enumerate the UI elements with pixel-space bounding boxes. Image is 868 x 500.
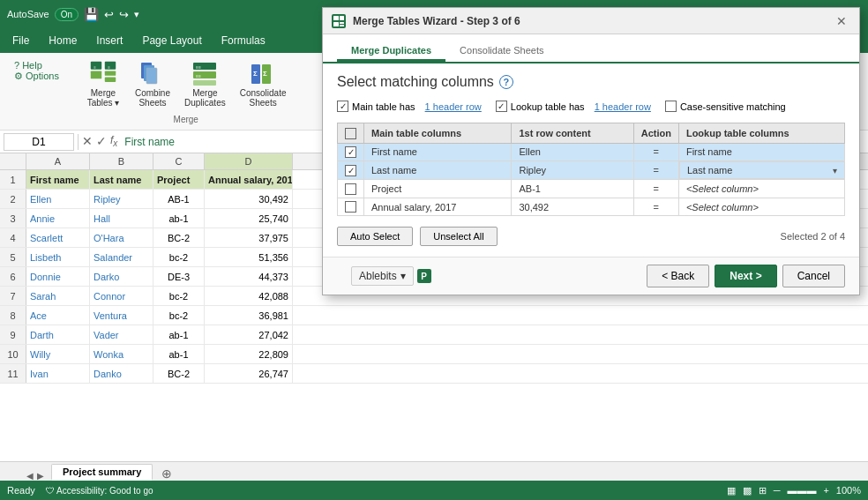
cell-a8[interactable]: Ace — [26, 306, 90, 325]
formula-insert-icon[interactable]: fx — [110, 134, 117, 148]
redo-icon[interactable]: ↪ — [119, 8, 129, 21]
cell-b2[interactable]: Ripley — [90, 190, 153, 208]
menu-insert[interactable]: Insert — [87, 31, 131, 50]
col-header-a[interactable]: A — [26, 153, 90, 169]
dialog-close-button[interactable]: ✕ — [833, 12, 850, 30]
cell-d8[interactable]: 36,981 — [205, 306, 293, 325]
cell-b1[interactable]: Last name — [90, 170, 153, 189]
auto-select-button[interactable]: Auto Select — [337, 227, 413, 246]
row3-main-col[interactable]: Project — [364, 180, 512, 198]
row4-checkbox[interactable] — [345, 201, 356, 213]
row4-main-col[interactable]: Annual salary, 2017 — [364, 198, 512, 216]
heading-help-icon[interactable]: ? — [499, 75, 513, 89]
main-header-cb[interactable]: ✓ — [337, 101, 348, 112]
tab-merge-duplicates[interactable]: Merge Duplicates — [337, 41, 445, 62]
row1-lookup-col[interactable]: First name — [678, 143, 844, 161]
cell-a3[interactable]: Annie — [26, 209, 90, 228]
row3-checkbox[interactable] — [345, 183, 356, 195]
merge-tables-button[interactable]: ≡ ≡ MergeTables ▾ — [80, 56, 126, 111]
col-header-d[interactable]: D — [205, 153, 293, 169]
cell-a4[interactable]: Scarlett — [26, 228, 90, 247]
cell-d5[interactable]: 51,356 — [205, 248, 293, 266]
cell-a2[interactable]: Ellen — [26, 190, 90, 208]
row2-checkbox[interactable]: ✓ — [345, 165, 356, 176]
cell-d6[interactable]: 44,373 — [205, 267, 293, 286]
case-sensitive-checkbox[interactable]: Case-sensitive matching — [665, 101, 786, 112]
cancel-button[interactable]: Cancel — [782, 265, 845, 287]
cell-c10[interactable]: ab-1 — [153, 345, 205, 363]
menu-file[interactable]: File — [4, 31, 38, 50]
select-all-checkbox[interactable] — [345, 128, 356, 139]
cell-c7[interactable]: bc-2 — [153, 287, 205, 305]
help-button[interactable]: ? Help — [14, 60, 59, 71]
customize-icon[interactable]: ▾ — [134, 9, 139, 20]
col-header-b[interactable]: B — [90, 153, 153, 169]
row1-checkbox[interactable]: ✓ — [345, 146, 356, 158]
prev-sheet-icon[interactable]: ◀ — [26, 471, 34, 481]
lookup-header-cb[interactable]: ✓ — [496, 101, 507, 112]
row2-dropdown-icon[interactable]: ▾ — [833, 166, 837, 175]
cell-b11[interactable]: Danko — [90, 364, 153, 383]
cell-c2[interactable]: AB-1 — [153, 190, 205, 208]
cell-b4[interactable]: O'Hara — [90, 228, 153, 247]
cell-c4[interactable]: BC-2 — [153, 228, 205, 247]
merge-duplicates-button[interactable]: ≡≡ ≡≡ MergeDuplicates — [179, 56, 231, 111]
cell-b8[interactable]: Ventura — [90, 306, 153, 325]
next-sheet-icon[interactable]: ▶ — [37, 471, 44, 481]
cell-a5[interactable]: Lisbeth — [26, 248, 90, 266]
back-button[interactable]: < Back — [647, 265, 709, 287]
unselect-all-button[interactable]: Unselect All — [420, 227, 497, 246]
zoom-in-icon[interactable]: + — [823, 485, 828, 496]
row2-lookup-col[interactable]: Last name ▾ — [679, 161, 845, 179]
next-button[interactable]: Next > — [715, 265, 776, 287]
cell-d7[interactable]: 42,088 — [205, 287, 293, 305]
add-sheet-icon[interactable]: ⊕ — [158, 466, 176, 481]
cell-b7[interactable]: Connor — [90, 287, 153, 305]
menu-page-layout[interactable]: Page Layout — [133, 31, 210, 50]
cell-a11[interactable]: Ivan — [26, 364, 90, 383]
main-table-header-checkbox[interactable]: ✓ Main table has 1 header row — [337, 101, 482, 112]
tab-consolidate-sheets[interactable]: Consolidate Sheets — [445, 41, 557, 62]
row2-main-col[interactable]: Last name — [364, 161, 512, 180]
row1-main-col[interactable]: First name — [364, 143, 512, 161]
cell-b3[interactable]: Hall — [90, 209, 153, 228]
cell-c3[interactable]: ab-1 — [153, 209, 205, 228]
view-layout-icon[interactable]: ▩ — [743, 485, 752, 496]
cell-c9[interactable]: ab-1 — [153, 325, 205, 344]
autosave-toggle[interactable]: On — [55, 8, 79, 21]
cell-c8[interactable]: bc-2 — [153, 306, 205, 325]
cell-d10[interactable]: 22,809 — [205, 345, 293, 363]
cell-b5[interactable]: Salander — [90, 248, 153, 266]
view-preview-icon[interactable]: ⊞ — [759, 485, 767, 496]
cell-b6[interactable]: Darko — [90, 267, 153, 286]
cell-c5[interactable]: bc-2 — [153, 248, 205, 266]
col-header-c[interactable]: C — [153, 153, 205, 169]
save-icon[interactable]: 💾 — [84, 7, 99, 21]
menu-home[interactable]: Home — [40, 31, 86, 50]
cell-d11[interactable]: 26,747 — [205, 364, 293, 383]
cell-a7[interactable]: Sarah — [26, 287, 90, 305]
cell-c11[interactable]: BC-2 — [153, 364, 205, 383]
cell-a10[interactable]: Willy — [26, 345, 90, 363]
cell-b10[interactable]: Wonka — [90, 345, 153, 363]
lookup-table-header-checkbox[interactable]: ✓ Lookup table has 1 header row — [496, 101, 651, 112]
lookup-header-link[interactable]: 1 header row — [595, 101, 651, 112]
row3-lookup-col[interactable]: <Select column> — [678, 180, 844, 198]
row4-lookup-col[interactable]: <Select column> — [678, 198, 844, 216]
sheet-tab-project-summary[interactable]: Project summary — [51, 464, 153, 481]
cell-d9[interactable]: 27,042 — [205, 325, 293, 344]
main-header-link[interactable]: 1 header row — [425, 101, 482, 112]
cell-d4[interactable]: 37,975 — [205, 228, 293, 247]
cell-a9[interactable]: Darth — [26, 325, 90, 344]
formula-confirm-icon[interactable]: ✓ — [96, 134, 107, 148]
cell-b9[interactable]: Vader — [90, 325, 153, 344]
cell-a6[interactable]: Donnie — [26, 267, 90, 286]
view-normal-icon[interactable]: ▦ — [727, 485, 736, 496]
formula-cancel-icon[interactable]: ✕ — [82, 134, 93, 148]
cell-d2[interactable]: 30,492 — [205, 190, 293, 208]
zoom-out-icon[interactable]: ─ — [774, 485, 781, 496]
name-box[interactable] — [4, 133, 74, 151]
zoom-slider[interactable]: ▬▬▬ — [787, 485, 816, 496]
case-sensitive-cb[interactable] — [665, 101, 677, 112]
undo-icon[interactable]: ↩ — [104, 8, 114, 21]
